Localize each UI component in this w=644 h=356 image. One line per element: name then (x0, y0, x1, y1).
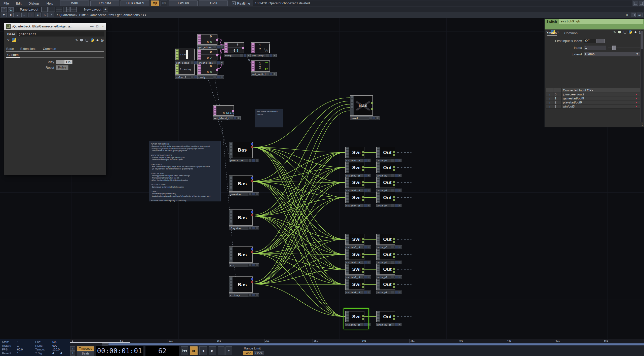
flag-mini[interactable] (395, 189, 398, 192)
oi-toggle[interactable]: O|I (151, 1, 159, 6)
move-up-icon[interactable]: ↑ (546, 92, 553, 96)
node-body-switch6_qb[interactable]: Swi (345, 249, 364, 260)
output-connector-red[interactable] (251, 146, 253, 148)
node-flags[interactable] (229, 247, 233, 262)
node-flags[interactable] (377, 234, 380, 244)
play-toggle-knob[interactable] (56, 60, 64, 64)
breadcrumb[interactable]: / Quarterback_Blitz / Gamescene / fbx / … (57, 13, 146, 17)
increment-button[interactable]: + (225, 346, 232, 355)
flag-mini[interactable] (252, 159, 255, 162)
flag-icon[interactable] (230, 149, 232, 152)
flag-icon[interactable] (346, 200, 349, 202)
frame-ruler[interactable]: 151101151201251301351401451501551 (70, 339, 644, 343)
output-connector[interactable] (242, 47, 244, 49)
add-mini[interactable]: + (367, 174, 370, 177)
node-flags[interactable] (213, 106, 216, 115)
node-flags[interactable] (346, 264, 349, 274)
output-connector[interactable] (362, 199, 364, 201)
flag-icon[interactable] (176, 64, 179, 66)
flag-icon[interactable] (377, 270, 380, 272)
node-body-chopto_scene[interactable]: 002 (197, 49, 217, 60)
node-flags[interactable] (198, 34, 201, 44)
search-icon[interactable]: S (42, 13, 48, 17)
node-body-win[interactable]: Bas (229, 246, 253, 263)
node-flags[interactable] (377, 177, 380, 188)
output-connector-red[interactable] (251, 214, 253, 216)
flag-mini[interactable] (252, 294, 255, 297)
add-mini[interactable]: + (273, 54, 276, 57)
realtime-checkbox[interactable]: x (232, 2, 236, 5)
output-connector[interactable] (393, 184, 395, 186)
flag-icon[interactable] (377, 282, 380, 284)
parameter-dialog-gamestart[interactable]: /Quarterback_Blitz/Gamescene/fbx/get_a..… (4, 23, 106, 175)
node-flags[interactable] (251, 43, 255, 53)
step-forward-button[interactable]: ▶ (209, 346, 216, 355)
flag-icon[interactable] (346, 285, 349, 287)
copy-parameters-icon[interactable]: ❏ (85, 38, 88, 42)
node-flags[interactable] (229, 176, 233, 191)
flag-mini[interactable] (391, 246, 394, 249)
flag-icon[interactable] (198, 50, 201, 52)
flag-mini[interactable] (217, 46, 220, 49)
flag-icon[interactable] (351, 96, 353, 99)
dialog-title-bar[interactable]: /Quarterback_Blitz/Gamescene/fbx/get_a..… (4, 23, 106, 30)
flag-icon[interactable] (230, 146, 232, 149)
node-name-label[interactable]: playstart+ (229, 226, 259, 230)
menu-file[interactable]: File (0, 2, 12, 5)
node-body-anim_p1[interactable]: Out (376, 147, 395, 158)
layout-hsplit-button[interactable] (56, 7, 62, 12)
flag-mini[interactable] (395, 204, 398, 207)
flag-icon[interactable] (377, 198, 380, 200)
add-mini[interactable]: + (367, 276, 370, 279)
index-value-field[interactable]: 1 (584, 46, 606, 50)
add-mini[interactable]: + (398, 261, 401, 264)
tab-base[interactable]: Base (6, 47, 14, 51)
node-body-base1[interactable]: Bas (350, 95, 373, 116)
node-name-label[interactable]: switch3_qb+ (345, 189, 371, 192)
output-connector[interactable] (393, 238, 395, 240)
op-name-field[interactable]: gamestart (17, 31, 104, 37)
flag-icon[interactable] (377, 319, 380, 322)
node-flags[interactable] (251, 61, 255, 71)
add-mini[interactable]: + (398, 174, 401, 177)
flag-mini[interactable] (248, 264, 252, 267)
flag-icon[interactable] (230, 183, 232, 186)
output-connector-blue[interactable] (251, 211, 253, 213)
flag-icon[interactable] (252, 66, 254, 68)
flag-mini[interactable] (233, 117, 237, 120)
python-mode-icon[interactable] (90, 38, 94, 42)
node-body-switch3_qb[interactable]: Swi (345, 177, 364, 188)
maximize-pane-icon[interactable] (631, 13, 636, 17)
flag-icon[interactable] (346, 163, 349, 165)
flag-icon[interactable] (230, 213, 232, 216)
first-input-toggle-state[interactable]: Off (584, 39, 596, 43)
wiki-button[interactable]: WIKI (60, 1, 89, 6)
node-flags[interactable] (346, 177, 349, 188)
flag-icon[interactable] (346, 252, 349, 254)
flag-icon[interactable] (198, 40, 201, 42)
node-body-set_comps[interactable]: 1 2→A/ (251, 42, 270, 53)
start-value[interactable]: 1 (17, 340, 19, 343)
flag-icon[interactable] (377, 250, 380, 252)
output-connector[interactable] (393, 286, 395, 288)
playhead[interactable] (130, 339, 130, 343)
node-name-label[interactable]: ready+ (197, 75, 224, 79)
node-name-label[interactable]: switch4_qb+ (345, 204, 371, 207)
flag-icon[interactable] (377, 287, 380, 289)
flag-mini[interactable] (364, 276, 367, 279)
node-flags[interactable] (346, 234, 349, 244)
flag-icon[interactable] (346, 153, 349, 155)
node-flags[interactable] (224, 43, 228, 53)
flag-icon[interactable] (346, 195, 349, 197)
output-connector[interactable] (362, 181, 364, 183)
output-connector[interactable] (362, 166, 364, 168)
output-connector-blue[interactable] (251, 278, 253, 280)
flag-icon[interactable] (346, 234, 349, 236)
flag-icon[interactable] (213, 113, 216, 115)
flag-icon[interactable] (230, 220, 232, 223)
node-body-get_scene[interactable]: 2 chan1 (175, 49, 195, 60)
flag-mini[interactable] (364, 204, 367, 207)
flag-icon[interactable] (198, 72, 201, 74)
info-icon[interactable]: i (19, 38, 20, 42)
decrement-button[interactable]: - (218, 346, 224, 355)
